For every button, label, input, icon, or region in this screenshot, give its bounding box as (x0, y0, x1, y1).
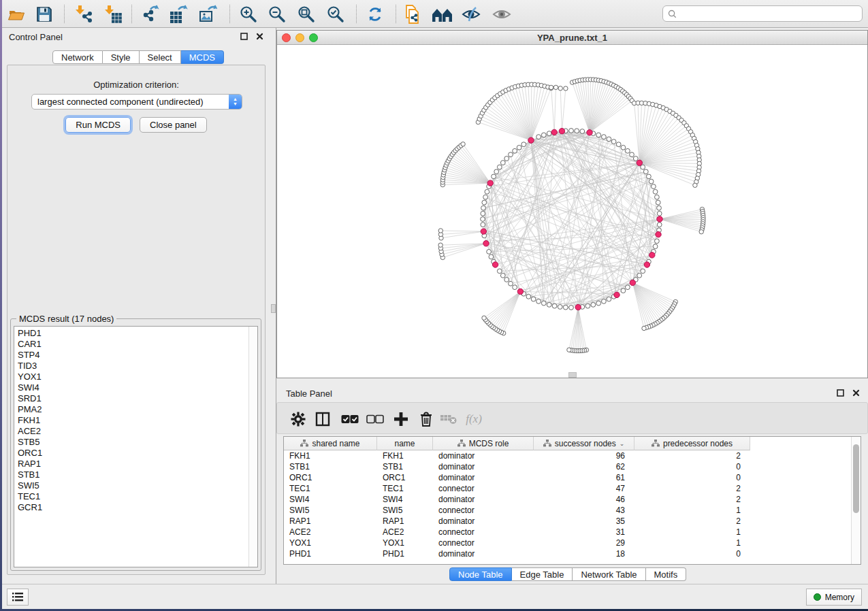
table-cell[interactable]: RAP1 (377, 516, 433, 526)
table-cell[interactable]: 2 (634, 516, 750, 526)
import-table-icon[interactable] (101, 3, 125, 24)
tab-motifs[interactable]: Motifs (646, 567, 687, 581)
save-icon[interactable] (33, 3, 56, 24)
table-cell[interactable]: 96 (534, 451, 634, 461)
tab-network-table[interactable]: Network Table (573, 567, 645, 581)
import-network-icon[interactable] (72, 3, 95, 24)
table-row[interactable]: SWI5SWI5connector431 (284, 505, 851, 516)
table-cell[interactable]: ACE2 (377, 527, 433, 537)
table-cell[interactable]: connector (433, 484, 534, 493)
table-cell[interactable]: 1 (634, 538, 750, 548)
table-cell[interactable]: dominator (433, 473, 534, 482)
table-row[interactable]: ACE2ACE2connector311 (284, 527, 851, 538)
table-cell[interactable]: 61 (534, 473, 634, 482)
close-panel-icon[interactable] (851, 388, 861, 398)
table-row[interactable]: ORC1ORC1dominator610 (284, 472, 851, 483)
table-cell[interactable]: SWI4 (377, 495, 433, 504)
result-node-item[interactable]: FKH1 (14, 415, 248, 426)
gear-icon[interactable] (288, 409, 308, 429)
open-folder-icon[interactable] (5, 3, 28, 24)
result-node-item[interactable]: SWI5 (14, 480, 248, 491)
result-node-item[interactable]: SWI4 (14, 382, 248, 393)
result-node-item[interactable]: PHD1 (14, 328, 248, 339)
houses-icon[interactable] (431, 3, 454, 24)
zoom-in-icon[interactable] (237, 3, 260, 24)
column-header-predecessor-nodes[interactable]: predecessor nodes (634, 437, 750, 450)
column-header-shared-name[interactable]: shared name (284, 437, 377, 450)
table-cell[interactable]: 62 (534, 462, 634, 472)
table-scrollbar[interactable] (851, 437, 861, 564)
table-cell[interactable]: 46 (534, 495, 634, 504)
result-node-item[interactable]: STB1 (14, 469, 248, 480)
task-history-button[interactable] (7, 589, 29, 606)
tab-edge-table[interactable]: Edge Table (512, 567, 573, 581)
tab-select[interactable]: Select (140, 50, 181, 64)
float-window-icon[interactable] (835, 388, 846, 398)
table-cell[interactable]: 0 (634, 549, 750, 559)
run-mcds-button[interactable]: Run MCDS (65, 117, 131, 133)
table-cell[interactable]: FKH1 (377, 451, 433, 461)
column-header-name[interactable]: name (377, 437, 433, 450)
table-row[interactable]: PHD1PHD1dominator180 (284, 548, 851, 559)
table-cell[interactable]: connector (433, 527, 534, 537)
table-cell[interactable]: 2 (634, 484, 750, 493)
result-node-item[interactable]: STB5 (14, 437, 248, 448)
table-cell[interactable]: ACE2 (284, 527, 377, 537)
table-cell[interactable]: YOX1 (377, 538, 433, 548)
result-node-item[interactable]: ACE2 (14, 426, 248, 437)
close-panel-button[interactable]: Close panel (140, 117, 207, 133)
result-node-item[interactable]: TID3 (14, 361, 248, 371)
table-cell[interactable]: dominator (433, 516, 534, 526)
table-cell[interactable]: YOX1 (284, 538, 377, 548)
table-cell[interactable]: dominator (433, 462, 534, 472)
table-cell[interactable]: 1 (634, 527, 750, 537)
result-node-item[interactable]: RAP1 (14, 459, 248, 469)
table-row[interactable]: TEC1TEC1connector472 (284, 483, 851, 494)
zoom-fit-icon[interactable] (295, 3, 318, 24)
plus-icon[interactable] (391, 409, 411, 429)
table-cell[interactable]: SWI5 (377, 506, 433, 515)
search-input[interactable] (677, 7, 862, 20)
network-graph[interactable] (277, 45, 867, 378)
optimization-criterion-dropdown[interactable]: largest connected component (undirected)… (31, 94, 242, 110)
result-node-item[interactable]: SRD1 (14, 393, 248, 404)
table-scrollbar-thumb[interactable] (853, 444, 859, 513)
export-network-icon[interactable] (140, 3, 163, 24)
result-node-item[interactable]: CAR1 (14, 339, 248, 350)
result-node-item[interactable]: PMA2 (14, 404, 248, 415)
table-cell[interactable]: 0 (634, 462, 750, 472)
result-node-item[interactable]: GCR1 (14, 502, 248, 513)
table-cell[interactable]: 31 (534, 527, 634, 537)
search-field[interactable] (662, 5, 863, 22)
table-row[interactable]: YOX1YOX1connector291 (284, 538, 851, 548)
table-cell[interactable]: ORC1 (377, 473, 433, 482)
vertical-splitter[interactable] (270, 28, 276, 584)
result-list-scrollbar[interactable] (248, 327, 257, 567)
table-row[interactable]: RAP1RAP1dominator352 (284, 516, 851, 527)
table-cell[interactable]: TEC1 (377, 484, 433, 493)
table-cell[interactable]: PHD1 (377, 549, 433, 559)
deselect-all-icon[interactable] (365, 409, 385, 429)
select-all-icon[interactable] (340, 409, 360, 429)
result-node-item[interactable]: ORC1 (14, 448, 248, 459)
table-cell[interactable]: dominator (433, 495, 534, 504)
memory-button[interactable]: Memory (806, 589, 862, 606)
table-cell[interactable]: RAP1 (284, 516, 377, 526)
zoom-out-icon[interactable] (266, 3, 289, 24)
table-cell[interactable]: TEC1 (284, 484, 377, 493)
show-eye-icon[interactable] (490, 3, 513, 24)
table-row[interactable]: FKH1FKH1dominator962 (284, 450, 851, 461)
table-cell[interactable]: FKH1 (284, 451, 377, 461)
table-cell[interactable]: connector (433, 538, 534, 548)
zoom-selected-icon[interactable] (324, 3, 347, 24)
result-node-item[interactable]: YOX1 (14, 371, 248, 382)
column-header-MCDS-role[interactable]: MCDS role (433, 437, 534, 450)
table-cell[interactable]: dominator (433, 451, 534, 461)
export-table-icon[interactable] (167, 3, 190, 24)
horizontal-splitter[interactable] (276, 378, 868, 384)
canvas-splitter-handle[interactable] (568, 372, 577, 378)
column-header-successor-nodes[interactable]: successor nodes⌄ (534, 437, 634, 450)
trash-icon[interactable] (416, 409, 436, 429)
table-cell[interactable]: dominator (433, 549, 534, 559)
table-cell[interactable]: ORC1 (284, 473, 377, 482)
